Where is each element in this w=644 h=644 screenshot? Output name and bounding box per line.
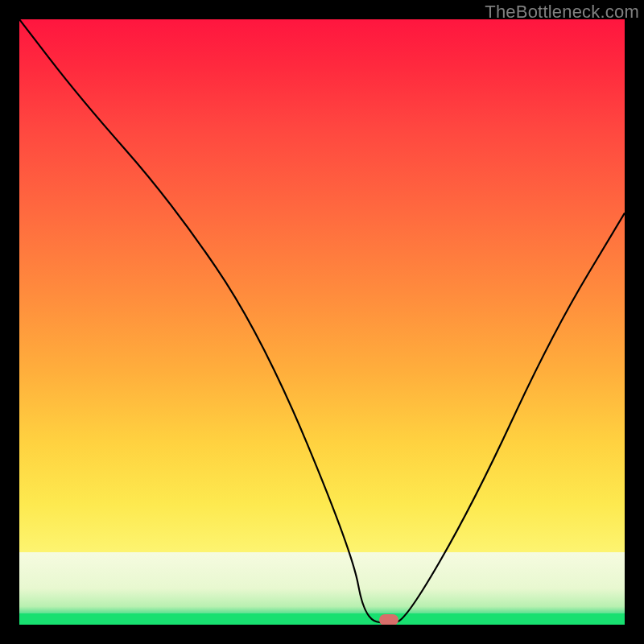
- bottleneck-curve: [19, 19, 625, 625]
- chart-frame: TheBottleneck.com: [0, 0, 644, 644]
- plot-area: [19, 19, 625, 625]
- optimal-marker: [379, 614, 398, 625]
- watermark-text: TheBottleneck.com: [485, 2, 639, 23]
